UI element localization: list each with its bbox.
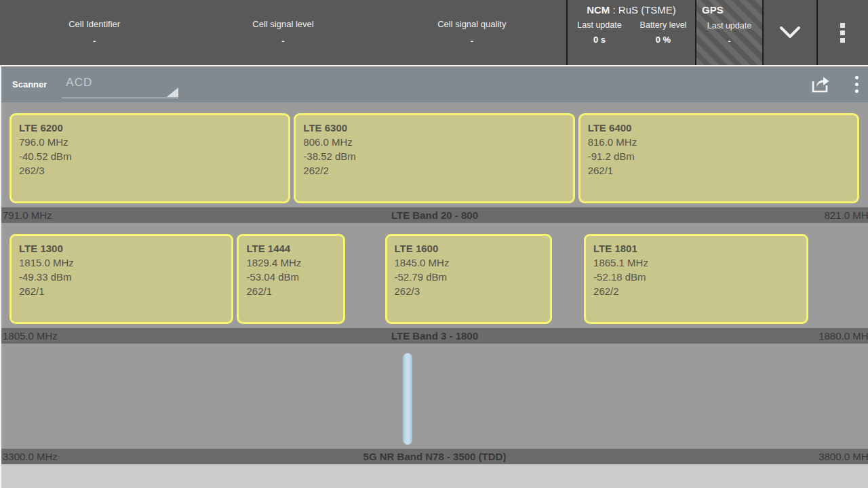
- band-axis-strip: 1805.0 MHzLTE Band 3 - 18001880.0 MHz: [1, 328, 868, 344]
- cell-card[interactable]: LTE 18011865.1 MHz-52.18 dBm262/2: [584, 234, 808, 324]
- cell-plmn: 262/1: [19, 284, 224, 298]
- scanner-title: Scanner: [12, 79, 47, 89]
- band-start-frequency: 791.0 MHz: [3, 207, 52, 223]
- export-button[interactable]: [810, 75, 831, 94]
- band-plot: LTE 13001815.0 MHz-49.33 dBm262/1LTE 144…: [1, 223, 868, 328]
- band-plot: LTE 6200796.0 MHz-40.52 dBm262/3LTE 6300…: [1, 102, 868, 207]
- ncm-battery-level: Battery level 0 %: [631, 20, 695, 45]
- square-menu-icon: [840, 23, 845, 43]
- stat-cell-signal-quality: Cell signal quality -: [378, 0, 566, 65]
- cell-card[interactable]: LTE 13001815.0 MHz-49.33 dBm262/1: [9, 234, 233, 324]
- ncm-last-update-value: 0 s: [593, 35, 606, 45]
- cell-freq: 1829.4 MHz: [246, 256, 335, 270]
- cell-power: -38.52 dBm: [303, 149, 565, 163]
- ncm-battery-value: 0 %: [656, 35, 671, 45]
- stat-value: -: [93, 36, 96, 46]
- scanner-panel: Scanner ACD LTE 6200796.0 MHz-40.52 dBm2…: [0, 65, 868, 488]
- bands: LTE 6200796.0 MHz-40.52 dBm262/3LTE 6300…: [1, 102, 868, 464]
- cell-id: LTE 6200: [19, 121, 281, 135]
- band-end-frequency: 3800.0 MHz: [818, 449, 868, 464]
- cell-power: -40.52 dBm: [19, 149, 281, 163]
- stat-label: Cell signal quality: [437, 19, 506, 29]
- cell-power: -52.79 dBm: [395, 270, 543, 284]
- cell-plmn: 262/1: [246, 284, 335, 298]
- stat-value: -: [471, 36, 473, 46]
- cell-id: LTE 6300: [303, 121, 565, 135]
- cell-id: LTE 1444: [246, 241, 335, 256]
- band-start-frequency: 3300.0 MHz: [3, 449, 58, 464]
- gps-title: GPS: [702, 4, 724, 16]
- ncm-status-block: NCM : RuS (TSME) Last update 0 s Battery…: [566, 0, 695, 65]
- gps-last-update-label: Last update: [707, 21, 751, 30]
- cell-id: LTE 1801: [593, 241, 798, 256]
- cell-freq: 796.0 MHz: [19, 135, 281, 149]
- stat-cell-identifier: Cell Identifier -: [0, 0, 189, 65]
- cell-plmn: 262/2: [593, 284, 798, 298]
- ncm-title-rest: : RuS (TSME): [610, 4, 676, 16]
- dropdown-corner-triangle-icon: [167, 87, 178, 97]
- cell-card[interactable]: LTE 6200796.0 MHz-40.52 dBm262/3: [9, 113, 290, 203]
- band-axis-strip: 3300.0 MHz5G NR Band N78 - 3500 (TDD)380…: [1, 449, 868, 464]
- share-export-icon: [810, 75, 831, 94]
- cell-freq: 1865.1 MHz: [593, 256, 798, 270]
- band-plot: [1, 344, 868, 449]
- collapse-statusbar-button[interactable]: [762, 0, 816, 65]
- band-row: 3300.0 MHz5G NR Band N78 - 3500 (TDD)380…: [1, 344, 868, 464]
- cell-plmn: 262/1: [588, 163, 850, 178]
- cell-card[interactable]: LTE 14441829.4 MHz-53.04 dBm262/1: [237, 234, 344, 324]
- chevron-down-icon: [778, 25, 802, 40]
- topbar-overflow-menu-button[interactable]: [816, 0, 868, 65]
- band-axis-strip: 791.0 MHzLTE Band 20 - 800821.0 MHz: [1, 207, 868, 223]
- cell-freq: 1815.0 MHz: [19, 256, 224, 270]
- scanner-header: Scanner ACD: [1, 66, 868, 102]
- gps-last-update-value: -: [728, 36, 730, 46]
- cell-power: -49.33 dBm: [19, 270, 224, 284]
- ncm-title: NCM : RuS (TSME): [587, 4, 676, 16]
- cell-id: LTE 1600: [395, 241, 543, 256]
- ncm-battery-label: Battery level: [640, 20, 687, 30]
- stat-label: Cell signal level: [252, 19, 313, 29]
- cell-freq: 1845.0 MHz: [395, 256, 543, 270]
- cell-power: -91.2 dBm: [588, 149, 850, 163]
- cell-plmn: 262/3: [395, 284, 543, 298]
- scanner-mode-value: ACD: [66, 76, 92, 89]
- ncm-title-bold: NCM: [587, 4, 610, 16]
- stat-cell-signal-level: Cell signal level -: [189, 0, 377, 65]
- band-name: LTE Band 3 - 1800: [391, 328, 478, 344]
- band-end-frequency: 821.0 MHz: [824, 207, 868, 223]
- cell-power: -53.04 dBm: [246, 270, 335, 284]
- cell-plmn: 262/2: [303, 163, 565, 178]
- band-name: LTE Band 20 - 800: [391, 207, 478, 223]
- band-name: 5G NR Band N78 - 3500 (TDD): [363, 449, 507, 464]
- cell-card[interactable]: LTE 6400816.0 MHz-91.2 dBm262/1: [578, 113, 859, 203]
- cell-freq: 816.0 MHz: [588, 135, 850, 149]
- scanner-overflow-menu-button[interactable]: [855, 76, 859, 93]
- panel-bottom-filler: [1, 464, 868, 488]
- band-row: LTE 6200796.0 MHz-40.52 dBm262/3LTE 6300…: [1, 102, 868, 223]
- cell-freq: 806.0 MHz: [303, 135, 565, 149]
- cell-power: -52.18 dBm: [593, 270, 798, 284]
- top-status-bar: Cell Identifier - Cell signal level - Ce…: [0, 0, 868, 65]
- band-end-frequency: 1880.0 MHz: [818, 328, 868, 344]
- band-row: LTE 13001815.0 MHz-49.33 dBm262/1LTE 144…: [1, 223, 868, 344]
- kebab-menu-icon: [855, 76, 859, 93]
- cell-plmn: 262/3: [19, 163, 281, 178]
- stat-label: Cell Identifier: [68, 19, 120, 29]
- cell-id: LTE 1300: [19, 241, 224, 256]
- scanner-mode-dropdown[interactable]: ACD: [62, 71, 178, 98]
- nr-cell-bar[interactable]: [403, 353, 412, 445]
- gps-status-block: GPS Last update -: [695, 0, 762, 65]
- band-start-frequency: 1805.0 MHz: [3, 328, 58, 344]
- cell-card[interactable]: LTE 16001845.0 MHz-52.79 dBm262/3: [385, 234, 553, 324]
- stat-value: -: [281, 36, 284, 46]
- cell-card[interactable]: LTE 6300806.0 MHz-38.52 dBm262/2: [294, 113, 574, 203]
- ncm-last-update: Last update 0 s: [568, 20, 631, 45]
- cell-id: LTE 6400: [588, 121, 850, 135]
- ncm-last-update-label: Last update: [577, 20, 621, 30]
